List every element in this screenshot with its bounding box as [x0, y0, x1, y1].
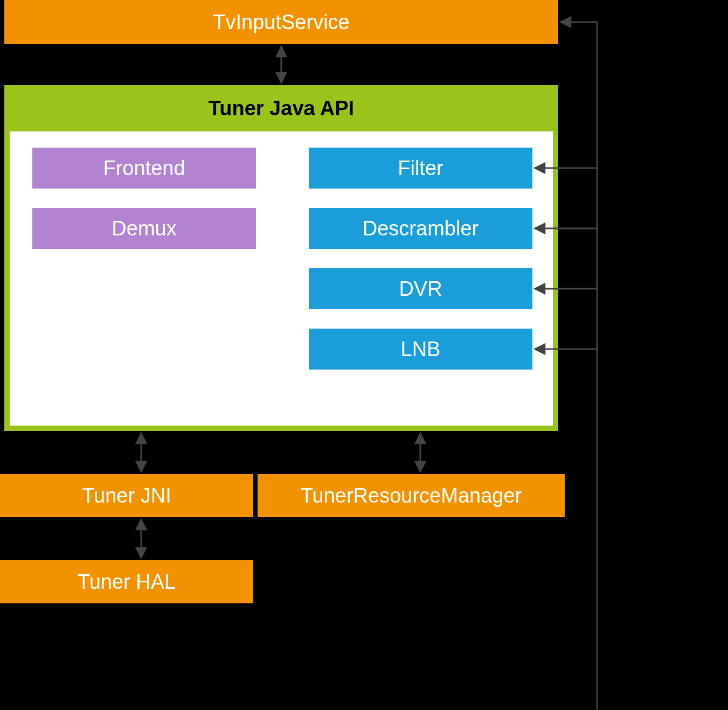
- demux-label: Demux: [112, 217, 176, 240]
- tuner-jni-box: Tuner JNI: [0, 474, 253, 517]
- tvinputservice-box: TvInputService: [4, 0, 558, 44]
- tuner-resource-manager-label: TunerResourceManager: [301, 484, 522, 507]
- dvr-label: DVR: [399, 277, 442, 301]
- tvinputservice-label: TvInputService: [213, 11, 349, 34]
- tuner-jni-label: Tuner JNI: [82, 484, 171, 507]
- frontend-module: Frontend: [32, 148, 256, 189]
- filter-label: Filter: [398, 157, 443, 180]
- demux-module: Demux: [32, 208, 256, 249]
- descrambler-label: Descrambler: [363, 217, 479, 240]
- tuner-java-api-body: Frontend Demux Filter Descrambler DVR LN…: [10, 131, 553, 426]
- tuner-hal-box: Tuner HAL: [0, 560, 253, 603]
- descrambler-module: Descrambler: [309, 208, 532, 249]
- lnb-module: LNB: [309, 329, 532, 370]
- tuner-resource-manager-box: TunerResourceManager: [258, 474, 565, 517]
- tuner-java-api-title: Tuner Java API: [4, 85, 558, 131]
- frontend-label: Frontend: [103, 157, 185, 180]
- tuner-hal-label: Tuner HAL: [78, 570, 176, 594]
- dvr-module: DVR: [309, 268, 532, 309]
- tuner-java-api-container: Tuner Java API Frontend Demux Filter Des…: [4, 85, 558, 431]
- filter-module: Filter: [309, 148, 532, 189]
- lnb-label: LNB: [401, 338, 441, 361]
